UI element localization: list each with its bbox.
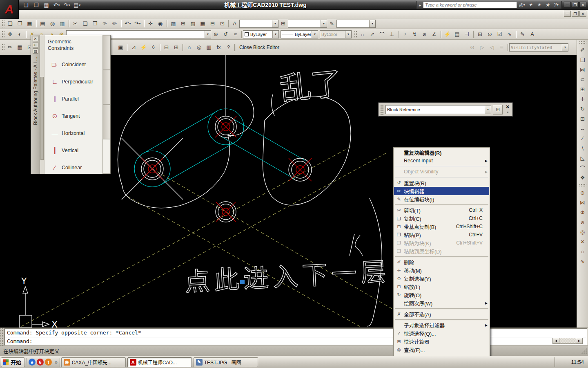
make-invisible-button[interactable]: ◁ (487, 43, 497, 52)
fillet-button[interactable]: ⌒ (578, 163, 588, 173)
draw-order[interactable]: 绘图次序(W) ▶ (394, 299, 489, 307)
save-button[interactable]: ▦▾ (42, 1, 51, 9)
menu-item[interactable] (102, 13, 109, 15)
constraint-horizontal[interactable]: ― Horizontal (48, 125, 102, 142)
palette-close-icon[interactable]: ✕ (33, 36, 38, 41)
quicklaunch-firefox-icon[interactable]: f (45, 359, 52, 366)
define-attribute-button[interactable]: ◊ (149, 43, 158, 52)
undo-button[interactable]: ↶▾ (123, 19, 132, 28)
tool-wave-button[interactable]: ∿ (578, 256, 588, 266)
match-properties-button[interactable]: ✑▾ (100, 19, 109, 28)
copy-button[interactable]: ❑ (578, 55, 588, 65)
open-button[interactable]: ❐▾ (15, 19, 24, 28)
rotate[interactable]: ↻ 旋转(O) ▶ (394, 291, 489, 299)
toolbar-grip[interactable] (579, 184, 586, 186)
copy-with-base-point[interactable]: ⊡ 带基点复制(B) Ctrl+Shift+C ▶ (394, 222, 489, 231)
chamfer-button[interactable]: ◺ (578, 153, 588, 163)
move-button[interactable]: ✛ (578, 94, 588, 104)
quick-select[interactable]: ✓ 快速选择(Q)... ▶ (394, 329, 489, 337)
tool-diameter-button[interactable]: ⌀ (578, 217, 588, 227)
quicklaunch-player-icon[interactable]: 6 (37, 359, 44, 366)
tool-palettes-button[interactable]: ▨▾ (188, 19, 198, 28)
reset-block[interactable]: ↺ 重置块(R) ▶ (394, 179, 489, 187)
fx-button[interactable]: fx (214, 43, 223, 52)
constraint-perpendicular[interactable]: ∟ Perpendicular (48, 73, 102, 90)
redo-button[interactable]: ↷▾ (62, 1, 71, 9)
toolbar-grip[interactable] (354, 31, 357, 38)
palette-scrollbar[interactable] (40, 35, 45, 174)
close-button[interactable]: ✕ (579, 2, 586, 8)
constraint-parallel[interactable]: ∥ Parallel (48, 90, 102, 108)
dim-angular-button[interactable]: ∠ (430, 30, 439, 38)
dim-aligned-button[interactable]: ↗ (368, 30, 377, 38)
constraint-tangent[interactable]: ⊙ Tangent (48, 108, 102, 125)
task-autocad[interactable]: A 机械工程师CAD... (127, 357, 192, 367)
toolbar-close-icon[interactable]: ✕≡ (504, 104, 511, 115)
tab-actions[interactable] (103, 70, 110, 105)
tool-thread-button[interactable]: Φ (578, 207, 588, 217)
doc-minimize-button[interactable]: ─ (564, 11, 571, 17)
layer-properties-manager-button[interactable]: ❖ (5, 30, 15, 38)
subobject-selection-filter[interactable]: 子对象选择过滤器 ▶ (394, 321, 489, 329)
command-line-grip[interactable] (0, 328, 4, 346)
stretch-button[interactable]: ↔ (578, 123, 588, 133)
dim-continue-button[interactable]: ⊣ (462, 30, 472, 38)
attribute-sync-button[interactable]: ▥ (204, 43, 214, 52)
pan-button[interactable]: ✛▾ (146, 19, 155, 28)
tab-constraints[interactable] (103, 139, 110, 174)
command-line[interactable]: Command: Specify opposite corner: *Cance… (4, 328, 587, 345)
scroll-right-icon[interactable]: ▶ (576, 338, 583, 344)
quick-calculator[interactable]: ⊟ 快速计算器 ▶ (394, 337, 489, 346)
authoring-palettes-button[interactable]: ▣ (116, 43, 125, 52)
menu-item[interactable] (95, 13, 102, 15)
erase-button[interactable]: ✐ (578, 45, 588, 55)
scale[interactable]: ⊡ 缩放(L) ▶ (394, 283, 489, 291)
dim-baseline-button[interactable]: ▤ (452, 30, 462, 38)
constraint-vertical[interactable]: ┃ Vertical (48, 142, 102, 159)
table-style-combo[interactable]: ▼ (288, 20, 327, 28)
dim-arc-length-button[interactable]: ⌒ (377, 30, 387, 38)
new-button[interactable]: ❏▾ (5, 19, 15, 28)
start-button[interactable]: 开始 (1, 357, 25, 367)
update-parameter-button[interactable]: ⊟ (162, 43, 171, 52)
array-button[interactable]: ⊞ (578, 84, 588, 94)
tab-parameters[interactable] (103, 35, 110, 70)
markup-manager-button[interactable]: ⊟▾ (208, 19, 217, 28)
dim-diameter-button[interactable]: ⌀ (420, 30, 429, 38)
print-button[interactable]: ▤▾ (72, 1, 82, 9)
copy-selection[interactable]: ⊙ 复制选择(Y) ▶ (394, 274, 489, 283)
new-button[interactable]: ❏▾ (21, 1, 31, 9)
close-block-editor-button[interactable]: Close Block Editor (236, 45, 283, 50)
help-icon[interactable]: ?▾ (552, 2, 560, 8)
menu-item[interactable] (51, 13, 58, 15)
dim-linear-button[interactable]: ↔ (358, 30, 367, 38)
constraint-collinear[interactable]: ⁄ Collinear (48, 159, 102, 176)
dim-style-combo[interactable]: ▼ (336, 20, 376, 28)
recent-input[interactable]: Recent Input ▶ (394, 157, 489, 165)
quick-launch-overflow-icon[interactable]: » (54, 359, 58, 365)
paste-as-block[interactable]: ❒ 粘贴为块(K) Ctrl+Shift+V ▶ (394, 239, 489, 247)
parameter-button[interactable]: ⊿ (129, 43, 138, 52)
make-object-layer-current-button[interactable]: ⊕ (211, 30, 220, 38)
offset-button[interactable]: ⊂ (578, 74, 588, 84)
move[interactable]: ✛ 移动(M) ▶ (394, 266, 489, 274)
layer-match-button[interactable]: ≈ (231, 30, 240, 38)
sheet-set-manager-button[interactable]: ▦▾ (198, 19, 207, 28)
undo-button[interactable]: ↶▾ (52, 1, 61, 9)
dim-edit-button[interactable]: ✎ (518, 30, 527, 38)
paste-to-original-coords[interactable]: ❒ 粘贴到原坐标(D) ▶ (394, 247, 489, 255)
key-icon[interactable]: ✦▾ (526, 2, 535, 8)
task-paint[interactable]: ✎ TEST.JPG - 画图 (194, 357, 258, 367)
quickcalc-button[interactable]: ⊡▾ (218, 19, 227, 28)
mirror-button[interactable]: ⋈ (578, 65, 588, 74)
linetype-combo[interactable]: ByLayer▼ (281, 30, 318, 38)
plot-button[interactable]: ▤▾ (38, 19, 47, 28)
save-button[interactable]: ▦▾ (25, 19, 34, 28)
visibility-state-button[interactable]: ≣ (497, 43, 506, 52)
toolbar-grip[interactable] (2, 31, 4, 38)
layer-previous-button[interactable]: ↺ (221, 30, 230, 38)
toolbar-grip[interactable] (579, 41, 586, 44)
command-prompt-line[interactable]: Command: (5, 337, 587, 346)
dim-jog-line-button[interactable]: ∿ (505, 30, 514, 38)
deselect-all[interactable]: ✗ 全部不选(A) ▶ (394, 310, 489, 318)
